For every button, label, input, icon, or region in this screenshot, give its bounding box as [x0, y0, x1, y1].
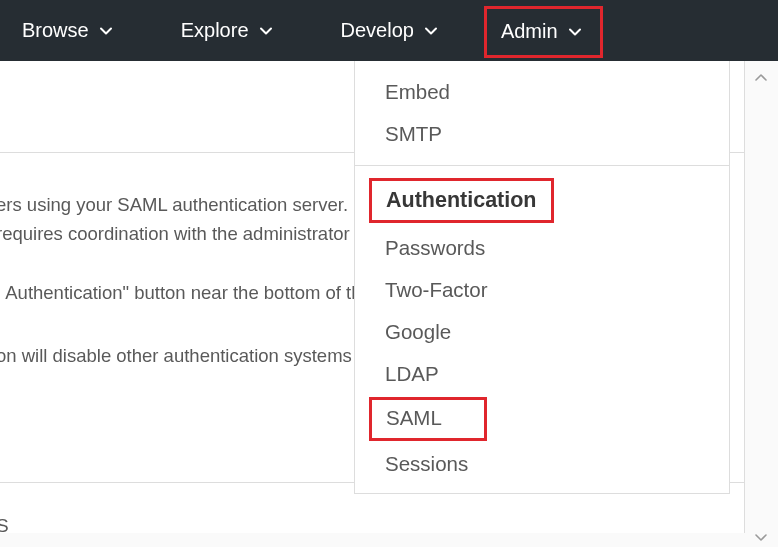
- admin-dropdown: Embed SMTP Authentication Passwords Two-…: [354, 61, 730, 494]
- chevron-down-icon: [568, 25, 582, 39]
- dropdown-item-embed[interactable]: Embed: [355, 71, 729, 113]
- dropdown-item-two-factor[interactable]: Two-Factor: [355, 269, 729, 311]
- page-body: ers using your SAML authentication serve…: [0, 61, 778, 547]
- dropdown-item-passwords[interactable]: Passwords: [355, 227, 729, 269]
- chevron-down-icon: [259, 24, 273, 38]
- chevron-down-icon: [99, 24, 113, 38]
- nav-admin-label: Admin: [501, 20, 558, 43]
- nav-browse[interactable]: Browse: [14, 0, 139, 61]
- nav-develop[interactable]: Develop: [333, 0, 464, 61]
- dropdown-section-authentication: Authentication: [369, 178, 554, 223]
- dropdown-item-saml[interactable]: SAML: [369, 397, 487, 441]
- nav-admin[interactable]: Admin: [484, 6, 603, 58]
- nav-explore-label: Explore: [181, 19, 249, 42]
- scroll-up-icon[interactable]: [752, 69, 770, 87]
- dropdown-item-smtp[interactable]: SMTP: [355, 113, 729, 155]
- nav-explore[interactable]: Explore: [173, 0, 299, 61]
- dropdown-item-sessions[interactable]: Sessions: [355, 443, 729, 485]
- scroll-down-icon[interactable]: [752, 528, 770, 546]
- nav-develop-label: Develop: [341, 19, 414, 42]
- chevron-down-icon: [424, 24, 438, 38]
- dropdown-item-ldap[interactable]: LDAP: [355, 353, 729, 395]
- nav-browse-label: Browse: [22, 19, 89, 42]
- dropdown-item-google[interactable]: Google: [355, 311, 729, 353]
- top-nav: Browse Explore Develop Admin: [0, 0, 778, 61]
- dropdown-separator: [355, 165, 729, 166]
